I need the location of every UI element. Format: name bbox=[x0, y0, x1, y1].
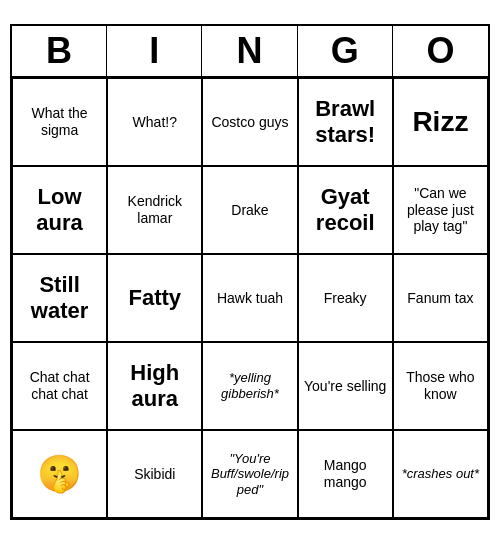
bingo-letter-i: I bbox=[107, 26, 202, 76]
bingo-cell-2-4: Fanum tax bbox=[393, 254, 488, 342]
bingo-cell-2-2: Hawk tuah bbox=[202, 254, 297, 342]
bingo-cell-0-4: Rizz bbox=[393, 78, 488, 166]
bingo-cell-0-0: What the sigma bbox=[12, 78, 107, 166]
bingo-cell-4-1: Skibidi bbox=[107, 430, 202, 518]
bingo-cell-1-1: Kendrick lamar bbox=[107, 166, 202, 254]
bingo-cell-0-3: Brawl stars! bbox=[298, 78, 393, 166]
bingo-header: BINGO bbox=[12, 26, 488, 78]
bingo-letter-g: G bbox=[298, 26, 393, 76]
bingo-cell-1-4: "Can we please just play tag" bbox=[393, 166, 488, 254]
bingo-cell-2-3: Freaky bbox=[298, 254, 393, 342]
bingo-cell-4-0: 🤫 bbox=[12, 430, 107, 518]
bingo-cell-2-1: Fatty bbox=[107, 254, 202, 342]
bingo-cell-3-3: You're selling bbox=[298, 342, 393, 430]
bingo-cell-4-2: "You're Buff/swole/ripped" bbox=[202, 430, 297, 518]
bingo-letter-n: N bbox=[202, 26, 297, 76]
bingo-cell-4-4: *crashes out* bbox=[393, 430, 488, 518]
bingo-cell-4-3: Mango mango bbox=[298, 430, 393, 518]
bingo-grid: What the sigmaWhat!?Costco guysBrawl sta… bbox=[12, 78, 488, 518]
bingo-cell-3-2: *yelling gibberish* bbox=[202, 342, 297, 430]
bingo-cell-2-0: Still water bbox=[12, 254, 107, 342]
bingo-cell-3-0: Chat chat chat chat bbox=[12, 342, 107, 430]
bingo-cell-3-4: Those who know bbox=[393, 342, 488, 430]
bingo-cell-1-3: Gyat recoil bbox=[298, 166, 393, 254]
bingo-cell-1-2: Drake bbox=[202, 166, 297, 254]
bingo-cell-0-2: Costco guys bbox=[202, 78, 297, 166]
bingo-cell-0-1: What!? bbox=[107, 78, 202, 166]
bingo-letter-b: B bbox=[12, 26, 107, 76]
bingo-letter-o: O bbox=[393, 26, 488, 76]
bingo-cell-3-1: High aura bbox=[107, 342, 202, 430]
bingo-cell-1-0: Low aura bbox=[12, 166, 107, 254]
bingo-card: BINGO What the sigmaWhat!?Costco guysBra… bbox=[10, 24, 490, 520]
